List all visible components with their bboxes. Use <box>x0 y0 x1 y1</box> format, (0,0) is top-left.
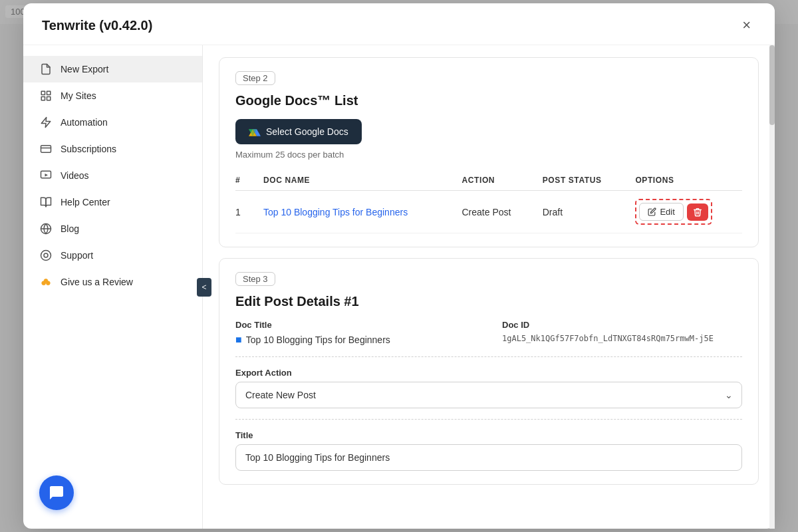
chat-fab[interactable] <box>39 475 74 510</box>
doc-id-label: Doc ID <box>502 320 742 330</box>
title-input[interactable] <box>235 444 742 471</box>
file-export-icon <box>39 63 53 76</box>
docs-table: # DOC NAME ACTION POST STATUS OPTIONS 1 <box>235 170 742 233</box>
table-row: 1 Top 10 Blogging Tips for Beginners Cre… <box>235 191 742 233</box>
col-options: OPTIONS <box>627 170 742 191</box>
play-icon <box>39 169 53 182</box>
row-doc-name: Top 10 Blogging Tips for Beginners <box>255 191 454 233</box>
step3-badge: Step 3 <box>235 272 275 286</box>
sidebar-item-automation[interactable]: Automation <box>23 109 202 136</box>
trash-icon <box>693 207 702 217</box>
svg-point-15 <box>44 279 48 283</box>
card-icon <box>39 142 53 156</box>
select-google-docs-button[interactable]: Select Google Docs <box>235 119 362 144</box>
title-label: Title <box>235 430 742 440</box>
col-post-status: POST STATUS <box>535 170 628 191</box>
row-options: Edit <box>627 191 742 233</box>
edit-button[interactable]: Edit <box>639 203 683 221</box>
row-num: 1 <box>235 191 255 233</box>
options-wrapper: Edit <box>635 199 712 225</box>
svg-point-12 <box>44 253 48 257</box>
step2-title: Google Docs™ List <box>235 93 742 108</box>
row-post-status: Draft <box>535 191 628 233</box>
modal-title: Tenwrite (v0.42.0) <box>42 18 152 33</box>
export-action-select[interactable]: Create New Post Update Existing Post Dra… <box>235 382 742 408</box>
col-doc-name: DOC NAME <box>255 170 454 191</box>
bolt-icon <box>39 116 53 129</box>
sidebar: New Export My Sites <box>23 45 203 529</box>
export-action-select-wrapper: Create New Post Update Existing Post Dra… <box>235 382 742 408</box>
export-action-group: Export Action Create New Post Update Exi… <box>235 368 742 408</box>
max-docs-hint: Maximum 25 docs per batch <box>235 150 742 160</box>
svg-rect-1 <box>47 91 51 94</box>
google-drive-icon <box>249 126 261 138</box>
step2-badge: Step 2 <box>235 71 275 85</box>
sidebar-item-videos[interactable]: Videos <box>23 162 202 189</box>
doc-id-group: Doc ID 1gAL5_Nk1QGf57F7obfn_LdTNXGT84sRQ… <box>502 320 742 346</box>
sidebar-label-blog: Blog <box>61 223 79 234</box>
sidebar-label-review: Give us a Review <box>61 277 133 287</box>
sidebar-label-support: Support <box>61 250 93 261</box>
section-divider-2 <box>235 419 742 420</box>
doc-title-text: Top 10 Blogging Tips for Beginners <box>246 334 390 345</box>
col-num: # <box>235 170 255 191</box>
svg-marker-8 <box>45 174 49 177</box>
doc-title-value: ■ Top 10 Blogging Tips for Beginners <box>235 334 475 346</box>
svg-rect-3 <box>47 97 51 100</box>
modal-header: Tenwrite (v0.42.0) × <box>23 3 775 45</box>
support-icon <box>39 249 53 262</box>
modal: Tenwrite (v0.42.0) × New Export <box>23 3 775 529</box>
step2-card: Step 2 Google Docs™ List Select Google D… <box>219 57 759 247</box>
doc-title-label: Doc Title <box>235 320 475 330</box>
delete-button[interactable] <box>687 203 708 221</box>
star-group-icon <box>39 275 53 289</box>
col-action: ACTION <box>454 170 535 191</box>
svg-rect-5 <box>41 146 51 153</box>
section-divider <box>235 356 742 357</box>
book-icon <box>39 196 53 209</box>
step3-title: Edit Post Details #1 <box>235 294 742 309</box>
sidebar-item-subscriptions[interactable]: Subscriptions <box>23 136 202 162</box>
sidebar-item-blog[interactable]: Blog <box>23 215 202 242</box>
google-doc-icon: ■ <box>235 334 242 346</box>
doc-id-text: 1gAL5_Nk1QGf57F7obfn_LdTNXGT84sRQm75rmwM… <box>502 334 714 343</box>
sidebar-label-automation: Automation <box>61 117 108 128</box>
sidebar-item-my-sites[interactable]: My Sites <box>23 82 202 109</box>
export-action-label: Export Action <box>235 368 742 378</box>
sidebar-item-help-center[interactable]: Help Center <box>23 189 202 215</box>
row-action: Create Post <box>454 191 535 233</box>
svg-rect-2 <box>41 97 45 100</box>
sidebar-label-subscriptions: Subscriptions <box>61 144 116 154</box>
modal-body: New Export My Sites <box>23 45 775 529</box>
scrollbar-thumb[interactable] <box>769 45 775 125</box>
sidebar-item-review[interactable]: Give us a Review <box>23 269 202 295</box>
sidebar-item-new-export[interactable]: New Export <box>23 56 202 82</box>
svg-point-11 <box>41 251 51 261</box>
doc-name-link[interactable]: Top 10 Blogging Tips for Beginners <box>263 207 408 217</box>
scrollbar-track <box>769 45 775 529</box>
doc-id-value: 1gAL5_Nk1QGf57F7obfn_LdTNXGT84sRQm75rmwM… <box>502 334 742 343</box>
svg-marker-4 <box>41 118 51 128</box>
close-button[interactable]: × <box>737 15 756 35</box>
sidebar-item-support[interactable]: Support <box>23 242 202 269</box>
step3-card: Step 3 Edit Post Details #1 Doc Title ■ … <box>219 258 759 485</box>
doc-title-group: Doc Title ■ Top 10 Blogging Tips for Beg… <box>235 320 475 346</box>
title-group: Title <box>235 430 742 471</box>
sidebar-label-new-export: New Export <box>61 64 108 74</box>
globe-icon <box>39 222 53 235</box>
doc-details-row: Doc Title ■ Top 10 Blogging Tips for Beg… <box>235 320 742 346</box>
sidebar-label-help-center: Help Center <box>61 197 110 207</box>
sidebar-label-my-sites: My Sites <box>61 90 96 101</box>
edit-label: Edit <box>660 207 674 217</box>
grid-icon <box>39 89 53 102</box>
modal-overlay: Tenwrite (v0.42.0) × New Export <box>0 0 798 532</box>
sidebar-collapse-tab[interactable]: < <box>197 278 211 297</box>
pencil-icon <box>648 207 656 216</box>
select-google-docs-label: Select Google Docs <box>266 126 348 137</box>
sidebar-label-videos: Videos <box>61 170 89 181</box>
main-content: Step 2 Google Docs™ List Select Google D… <box>203 45 775 529</box>
svg-rect-0 <box>41 91 45 94</box>
